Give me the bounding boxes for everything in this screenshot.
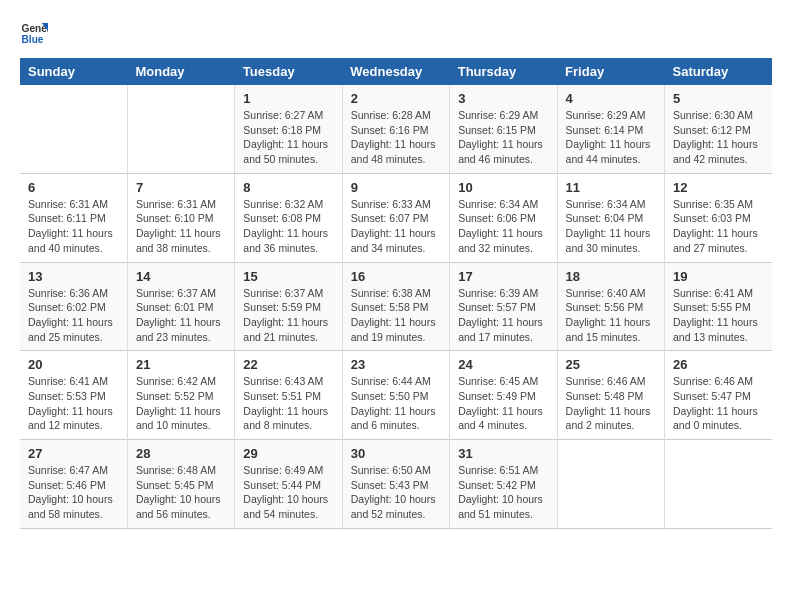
- day-info: Sunrise: 6:51 AMSunset: 5:42 PMDaylight:…: [458, 463, 548, 522]
- day-info: Sunrise: 6:30 AMSunset: 6:12 PMDaylight:…: [673, 108, 764, 167]
- calendar-cell: 15Sunrise: 6:37 AMSunset: 5:59 PMDayligh…: [235, 262, 342, 351]
- day-info: Sunrise: 6:36 AMSunset: 6:02 PMDaylight:…: [28, 286, 119, 345]
- day-number: 16: [351, 269, 441, 284]
- day-number: 6: [28, 180, 119, 195]
- day-number: 10: [458, 180, 548, 195]
- calendar-cell: 9Sunrise: 6:33 AMSunset: 6:07 PMDaylight…: [342, 173, 449, 262]
- day-number: 4: [566, 91, 656, 106]
- day-info: Sunrise: 6:40 AMSunset: 5:56 PMDaylight:…: [566, 286, 656, 345]
- day-info: Sunrise: 6:27 AMSunset: 6:18 PMDaylight:…: [243, 108, 333, 167]
- day-info: Sunrise: 6:49 AMSunset: 5:44 PMDaylight:…: [243, 463, 333, 522]
- calendar-cell: 31Sunrise: 6:51 AMSunset: 5:42 PMDayligh…: [450, 440, 557, 529]
- day-number: 23: [351, 357, 441, 372]
- calendar-cell: 1Sunrise: 6:27 AMSunset: 6:18 PMDaylight…: [235, 85, 342, 173]
- calendar-cell: 11Sunrise: 6:34 AMSunset: 6:04 PMDayligh…: [557, 173, 664, 262]
- day-info: Sunrise: 6:44 AMSunset: 5:50 PMDaylight:…: [351, 374, 441, 433]
- calendar-cell: 22Sunrise: 6:43 AMSunset: 5:51 PMDayligh…: [235, 351, 342, 440]
- calendar-cell: 10Sunrise: 6:34 AMSunset: 6:06 PMDayligh…: [450, 173, 557, 262]
- calendar-cell: 3Sunrise: 6:29 AMSunset: 6:15 PMDaylight…: [450, 85, 557, 173]
- day-info: Sunrise: 6:29 AMSunset: 6:15 PMDaylight:…: [458, 108, 548, 167]
- day-info: Sunrise: 6:50 AMSunset: 5:43 PMDaylight:…: [351, 463, 441, 522]
- calendar-cell: 7Sunrise: 6:31 AMSunset: 6:10 PMDaylight…: [127, 173, 234, 262]
- day-info: Sunrise: 6:42 AMSunset: 5:52 PMDaylight:…: [136, 374, 226, 433]
- week-row-4: 20Sunrise: 6:41 AMSunset: 5:53 PMDayligh…: [20, 351, 772, 440]
- calendar-cell: [665, 440, 772, 529]
- day-info: Sunrise: 6:37 AMSunset: 6:01 PMDaylight:…: [136, 286, 226, 345]
- day-info: Sunrise: 6:43 AMSunset: 5:51 PMDaylight:…: [243, 374, 333, 433]
- day-info: Sunrise: 6:45 AMSunset: 5:49 PMDaylight:…: [458, 374, 548, 433]
- logo: General Blue: [20, 20, 52, 48]
- day-number: 5: [673, 91, 764, 106]
- calendar-cell: [127, 85, 234, 173]
- calendar-cell: 14Sunrise: 6:37 AMSunset: 6:01 PMDayligh…: [127, 262, 234, 351]
- day-number: 13: [28, 269, 119, 284]
- day-info: Sunrise: 6:32 AMSunset: 6:08 PMDaylight:…: [243, 197, 333, 256]
- calendar-table: SundayMondayTuesdayWednesdayThursdayFrid…: [20, 58, 772, 529]
- day-number: 14: [136, 269, 226, 284]
- day-number: 17: [458, 269, 548, 284]
- calendar-cell: 23Sunrise: 6:44 AMSunset: 5:50 PMDayligh…: [342, 351, 449, 440]
- column-header-sunday: Sunday: [20, 58, 127, 85]
- day-info: Sunrise: 6:29 AMSunset: 6:14 PMDaylight:…: [566, 108, 656, 167]
- day-info: Sunrise: 6:34 AMSunset: 6:06 PMDaylight:…: [458, 197, 548, 256]
- day-number: 12: [673, 180, 764, 195]
- calendar-cell: 27Sunrise: 6:47 AMSunset: 5:46 PMDayligh…: [20, 440, 127, 529]
- day-number: 3: [458, 91, 548, 106]
- calendar-cell: 18Sunrise: 6:40 AMSunset: 5:56 PMDayligh…: [557, 262, 664, 351]
- calendar-cell: 29Sunrise: 6:49 AMSunset: 5:44 PMDayligh…: [235, 440, 342, 529]
- column-header-wednesday: Wednesday: [342, 58, 449, 85]
- calendar-cell: 17Sunrise: 6:39 AMSunset: 5:57 PMDayligh…: [450, 262, 557, 351]
- calendar-cell: 30Sunrise: 6:50 AMSunset: 5:43 PMDayligh…: [342, 440, 449, 529]
- day-number: 15: [243, 269, 333, 284]
- day-number: 9: [351, 180, 441, 195]
- header-row: SundayMondayTuesdayWednesdayThursdayFrid…: [20, 58, 772, 85]
- day-info: Sunrise: 6:41 AMSunset: 5:53 PMDaylight:…: [28, 374, 119, 433]
- calendar-cell: [20, 85, 127, 173]
- day-number: 27: [28, 446, 119, 461]
- svg-text:Blue: Blue: [22, 34, 44, 45]
- day-number: 18: [566, 269, 656, 284]
- day-number: 24: [458, 357, 548, 372]
- day-number: 7: [136, 180, 226, 195]
- calendar-cell: 20Sunrise: 6:41 AMSunset: 5:53 PMDayligh…: [20, 351, 127, 440]
- day-info: Sunrise: 6:38 AMSunset: 5:58 PMDaylight:…: [351, 286, 441, 345]
- day-info: Sunrise: 6:33 AMSunset: 6:07 PMDaylight:…: [351, 197, 441, 256]
- day-info: Sunrise: 6:31 AMSunset: 6:10 PMDaylight:…: [136, 197, 226, 256]
- column-header-saturday: Saturday: [665, 58, 772, 85]
- day-number: 2: [351, 91, 441, 106]
- day-info: Sunrise: 6:39 AMSunset: 5:57 PMDaylight:…: [458, 286, 548, 345]
- day-info: Sunrise: 6:28 AMSunset: 6:16 PMDaylight:…: [351, 108, 441, 167]
- day-number: 28: [136, 446, 226, 461]
- week-row-3: 13Sunrise: 6:36 AMSunset: 6:02 PMDayligh…: [20, 262, 772, 351]
- day-number: 31: [458, 446, 548, 461]
- day-number: 20: [28, 357, 119, 372]
- column-header-monday: Monday: [127, 58, 234, 85]
- day-info: Sunrise: 6:41 AMSunset: 5:55 PMDaylight:…: [673, 286, 764, 345]
- calendar-cell: 6Sunrise: 6:31 AMSunset: 6:11 PMDaylight…: [20, 173, 127, 262]
- day-number: 1: [243, 91, 333, 106]
- day-info: Sunrise: 6:35 AMSunset: 6:03 PMDaylight:…: [673, 197, 764, 256]
- day-info: Sunrise: 6:48 AMSunset: 5:45 PMDaylight:…: [136, 463, 226, 522]
- day-number: 8: [243, 180, 333, 195]
- calendar-cell: 21Sunrise: 6:42 AMSunset: 5:52 PMDayligh…: [127, 351, 234, 440]
- column-header-thursday: Thursday: [450, 58, 557, 85]
- week-row-2: 6Sunrise: 6:31 AMSunset: 6:11 PMDaylight…: [20, 173, 772, 262]
- calendar-cell: 24Sunrise: 6:45 AMSunset: 5:49 PMDayligh…: [450, 351, 557, 440]
- day-number: 30: [351, 446, 441, 461]
- calendar-cell: 16Sunrise: 6:38 AMSunset: 5:58 PMDayligh…: [342, 262, 449, 351]
- calendar-cell: 8Sunrise: 6:32 AMSunset: 6:08 PMDaylight…: [235, 173, 342, 262]
- header: General Blue: [20, 20, 772, 48]
- day-info: Sunrise: 6:34 AMSunset: 6:04 PMDaylight:…: [566, 197, 656, 256]
- week-row-1: 1Sunrise: 6:27 AMSunset: 6:18 PMDaylight…: [20, 85, 772, 173]
- column-header-friday: Friday: [557, 58, 664, 85]
- day-number: 26: [673, 357, 764, 372]
- day-number: 29: [243, 446, 333, 461]
- calendar-cell: 28Sunrise: 6:48 AMSunset: 5:45 PMDayligh…: [127, 440, 234, 529]
- day-number: 19: [673, 269, 764, 284]
- day-info: Sunrise: 6:47 AMSunset: 5:46 PMDaylight:…: [28, 463, 119, 522]
- calendar-cell: 26Sunrise: 6:46 AMSunset: 5:47 PMDayligh…: [665, 351, 772, 440]
- calendar-cell: 12Sunrise: 6:35 AMSunset: 6:03 PMDayligh…: [665, 173, 772, 262]
- day-number: 21: [136, 357, 226, 372]
- logo-icon: General Blue: [20, 20, 48, 48]
- day-number: 22: [243, 357, 333, 372]
